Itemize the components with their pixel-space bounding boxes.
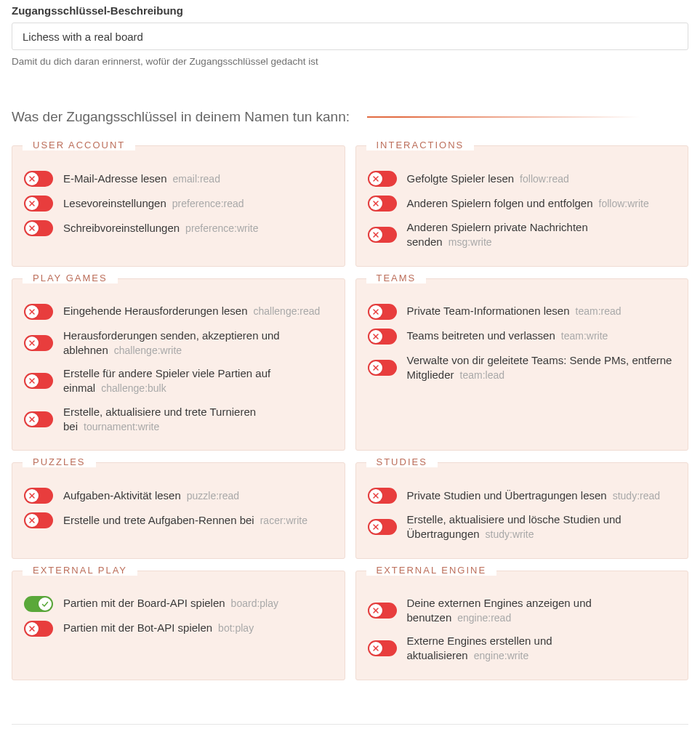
scope-code: challenge:write — [114, 345, 182, 356]
scope-label: Anderen Spielern private Nachrichten sen… — [407, 221, 588, 248]
toggle-preference-read[interactable] — [24, 196, 53, 212]
toggle-study-write[interactable] — [368, 519, 397, 535]
scope-code: engine:write — [474, 650, 529, 661]
toggle-challenge-bulk[interactable] — [24, 373, 53, 389]
scope-row-board-play: Partien mit der Board-API spielenboard:p… — [24, 592, 333, 616]
toggle-team-lead[interactable] — [368, 360, 397, 376]
scope-text: Deine externen Engines anzeigen und benu… — [407, 596, 677, 626]
scope-code: follow:write — [599, 198, 649, 209]
scope-code: study:write — [486, 528, 534, 540]
scope-code: preference:write — [185, 222, 258, 234]
scope-label: Verwalte von dir geleitete Teams: Sende … — [407, 354, 672, 381]
description-input[interactable] — [12, 23, 688, 50]
scope-code: engine:read — [457, 612, 511, 624]
scope-text: E-Mail-Adresse lesenemail:read — [63, 172, 333, 186]
scope-row-engine-read: Deine externen Engines anzeigen und benu… — [368, 592, 677, 630]
toggle-team-write[interactable] — [368, 329, 397, 345]
scope-row-team-write: Teams beitreten und verlassenteam:write — [368, 324, 677, 349]
toggle-follow-read[interactable] — [368, 171, 397, 187]
scope-text: Partien mit der Board-API spielenboard:p… — [63, 596, 333, 611]
scope-row-puzzle-read: Aufgaben-Aktivität lesenpuzzle:read — [24, 483, 333, 508]
close-icon — [369, 172, 382, 185]
panel-studies: Private Studien und Übertragungen lesens… — [355, 462, 689, 559]
close-icon — [369, 489, 382, 502]
close-icon — [25, 374, 39, 387]
close-icon — [369, 642, 382, 655]
panel-teams: Private Team-Informationen lesenteam:rea… — [355, 278, 689, 451]
scope-row-follow-write: Anderen Spielern folgen und entfolgenfol… — [368, 191, 677, 216]
scope-row-study-read: Private Studien und Übertragungen lesens… — [368, 483, 677, 508]
scope-code: bot:play — [218, 622, 254, 634]
toggle-engine-write[interactable] — [368, 640, 397, 656]
scope-label: Erstelle für andere Spieler viele Partie… — [63, 367, 270, 394]
scope-code: msg:write — [448, 236, 492, 248]
toggle-challenge-write[interactable] — [24, 335, 53, 351]
scope-row-study-write: Erstelle, aktualisiere und lösche Studie… — [368, 508, 677, 547]
toggle-follow-write[interactable] — [368, 196, 397, 212]
toggle-email-read[interactable] — [24, 171, 53, 187]
scope-text: Aufgaben-Aktivität lesenpuzzle:read — [63, 488, 333, 503]
close-icon — [25, 413, 39, 426]
toggle-puzzle-read[interactable] — [24, 488, 53, 504]
scope-row-bot-play: Partien mit der Bot-API spielenbot:play — [24, 616, 333, 641]
scope-code: challenge:bulk — [101, 382, 166, 394]
close-icon — [25, 197, 39, 210]
close-icon — [369, 228, 382, 241]
scope-code: follow:read — [520, 173, 569, 185]
toggle-engine-read[interactable] — [368, 603, 397, 619]
scope-label: Aufgaben-Aktivität lesen — [63, 489, 181, 502]
scope-row-challenge-bulk: Erstelle für andere Spieler viele Partie… — [24, 362, 333, 400]
scope-code: challenge:read — [254, 305, 321, 317]
scope-label: Partien mit der Bot-API spielen — [63, 621, 212, 634]
toggle-bot-play[interactable] — [24, 621, 53, 637]
scope-row-preference-write: Schreibvoreinstellungenpreference:write — [24, 216, 333, 241]
description-label: Zugangsschlüssel-Beschreibung — [12, 4, 688, 17]
close-icon — [25, 172, 39, 185]
scope-code: team:lead — [460, 369, 504, 381]
close-icon — [25, 222, 39, 235]
close-icon — [369, 305, 382, 318]
toggle-study-read[interactable] — [368, 488, 397, 504]
close-icon — [25, 622, 39, 635]
scope-text: Herausforderungen senden, akzeptieren un… — [63, 329, 333, 358]
scope-row-engine-write: Externe Engines erstellen und aktualisie… — [368, 629, 677, 668]
close-icon — [369, 361, 382, 374]
scope-text: Gefolgte Spieler lesenfollow:read — [407, 172, 677, 186]
scope-code: puzzle:read — [187, 490, 239, 502]
toggle-challenge-read[interactable] — [24, 304, 53, 320]
scope-code: study:read — [613, 490, 660, 502]
check-icon — [39, 597, 52, 611]
toggle-board-play[interactable] — [24, 596, 53, 612]
toggle-tournament-write[interactable] — [24, 411, 53, 427]
close-icon — [25, 305, 39, 318]
toggle-preference-write[interactable] — [24, 220, 53, 236]
scope-label: Lesevoreinstellungen — [63, 197, 166, 209]
scope-row-follow-read: Gefolgte Spieler lesenfollow:read — [368, 166, 677, 191]
toggle-racer-write[interactable] — [24, 512, 53, 528]
scope-code: racer:write — [260, 515, 307, 526]
scope-text: Private Team-Informationen lesenteam:rea… — [407, 304, 677, 318]
scope-label: Teams beitreten und verlassen — [407, 329, 555, 342]
scope-text: Anderen Spielern folgen und entfolgenfol… — [407, 196, 677, 211]
scope-text: Verwalte von dir geleitete Teams: Sende … — [407, 353, 677, 383]
scope-row-challenge-read: Eingehende Herausforderungen lesenchalle… — [24, 299, 333, 324]
scope-label: Erstelle und trete Aufgaben-Rennen bei — [63, 514, 254, 526]
scope-text: Erstelle, aktualisiere und trete Turnier… — [63, 405, 333, 435]
close-icon — [25, 337, 39, 350]
scope-text: Lesevoreinstellungenpreference:read — [63, 196, 333, 211]
scope-row-team-lead: Verwalte von dir geleitete Teams: Sende … — [368, 349, 677, 387]
panel-external-engine: Deine externen Engines anzeigen und benu… — [355, 571, 689, 680]
scope-row-racer-write: Erstelle und trete Aufgaben-Rennen beira… — [24, 508, 333, 533]
scopes-heading: Was der Zugangsschlüssel in deinem Namen… — [12, 109, 350, 125]
scope-text: Erstelle für andere Spieler viele Partie… — [63, 366, 333, 396]
scope-row-challenge-write: Herausforderungen senden, akzeptieren un… — [24, 324, 333, 363]
close-icon — [369, 604, 382, 617]
scope-text: Anderen Spielern private Nachrichten sen… — [407, 220, 677, 250]
close-icon — [369, 197, 382, 210]
toggle-team-read[interactable] — [368, 304, 397, 320]
scope-text: Partien mit der Bot-API spielenbot:play — [63, 621, 333, 635]
scope-text: Teams beitreten und verlassenteam:write — [407, 329, 677, 343]
scope-label: Private Team-Informationen lesen — [407, 305, 570, 317]
toggle-msg-write[interactable] — [368, 227, 397, 243]
scope-text: Private Studien und Übertragungen lesens… — [407, 488, 677, 503]
